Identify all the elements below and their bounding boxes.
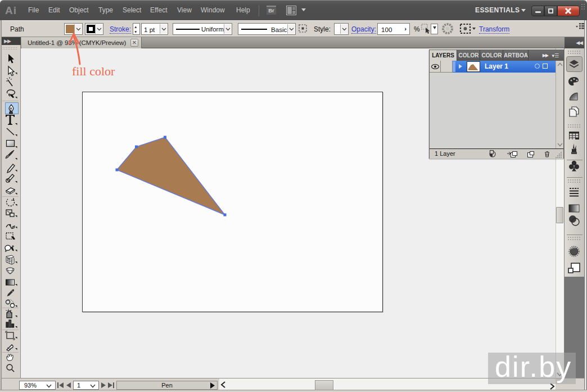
svg-text:fill color: fill color bbox=[72, 64, 115, 78]
